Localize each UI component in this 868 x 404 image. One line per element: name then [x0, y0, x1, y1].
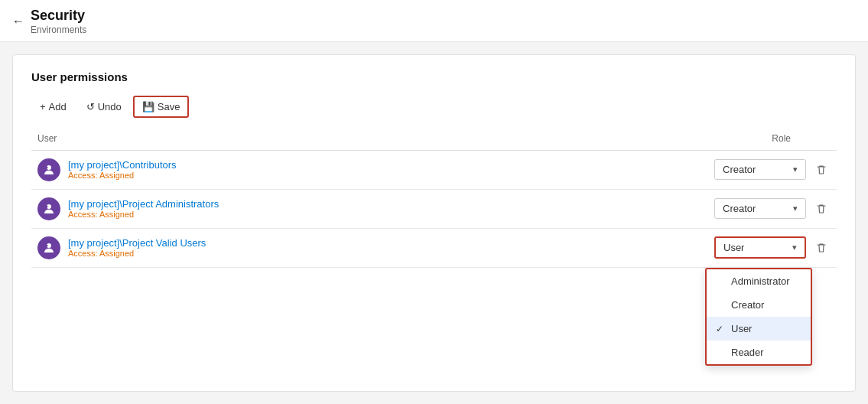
page-title: Security: [31, 8, 86, 24]
add-label: Add: [49, 101, 67, 112]
page-container: ← Security Environments User permissions…: [0, 0, 868, 404]
delete-button-1[interactable]: [812, 200, 831, 218]
dropdown-label-administrator: Administrator: [731, 275, 790, 287]
user-info: [my project]\Project Valid Users Access:…: [68, 237, 206, 258]
dropdown-label-creator: Creator: [731, 299, 764, 311]
delete-button-0[interactable]: [812, 161, 831, 179]
table-row: [my project]\Project Valid Users Access:…: [31, 228, 837, 267]
dropdown-item-administrator[interactable]: Administrator: [707, 269, 811, 293]
user-avatar: [37, 158, 60, 181]
user-access: Access: Assigned: [68, 210, 219, 219]
dropdown-item-reader[interactable]: Reader: [707, 340, 811, 364]
user-name: [my project]\Project Valid Users: [68, 237, 206, 249]
user-name: [my project]\Project Administrators: [68, 198, 219, 210]
svg-point-1: [46, 166, 48, 168]
col-user: User: [31, 130, 515, 151]
chevron-down-icon: ▾: [793, 204, 798, 213]
role-cell-2: User ▾: [515, 228, 837, 267]
svg-point-3: [46, 205, 48, 207]
col-role: Role: [515, 130, 837, 151]
role-select-1[interactable]: Creator ▾: [714, 198, 806, 219]
user-info: [my project]\Contributors Access: Assign…: [68, 159, 177, 180]
page-subtitle: Environments: [31, 24, 86, 35]
add-button[interactable]: + Add: [31, 96, 75, 117]
save-button[interactable]: 💾 Save: [133, 96, 190, 118]
role-select-2[interactable]: User ▾: [714, 236, 806, 259]
dropdown-label-reader: Reader: [731, 347, 764, 358]
table-row: [my project]\Project Administrators Acce…: [31, 189, 837, 228]
check-icon: ✓: [716, 324, 723, 334]
user-cell-1: [my project]\Project Administrators Acce…: [31, 189, 515, 228]
svg-point-5: [46, 244, 48, 246]
section-title: User permissions: [31, 70, 837, 83]
role-select-0[interactable]: Creator ▾: [714, 159, 806, 180]
chevron-down-icon: ▾: [793, 165, 798, 174]
back-button[interactable]: ←: [12, 15, 24, 28]
user-name: [my project]\Contributors: [68, 159, 177, 171]
user-cell-0: [my project]\Contributors Access: Assign…: [31, 150, 515, 189]
role-value: Creator: [723, 164, 756, 175]
chevron-down-icon: ▾: [792, 243, 797, 252]
delete-button-2[interactable]: [812, 239, 831, 257]
user-avatar: [37, 236, 60, 259]
undo-button[interactable]: ↺ Undo: [78, 96, 130, 117]
header: ← Security Environments: [0, 0, 868, 42]
undo-label: Undo: [98, 101, 122, 112]
permissions-table: User Role [my project]\Contributors Acce…: [31, 130, 837, 268]
dropdown-item-creator[interactable]: Creator: [707, 293, 811, 317]
dropdown-label-user: User: [731, 323, 752, 334]
add-icon: +: [40, 101, 46, 112]
main-content: User permissions + Add ↺ Undo 💾 Save Use…: [12, 54, 856, 392]
user-access: Access: Assigned: [68, 171, 177, 180]
toolbar: + Add ↺ Undo 💾 Save: [31, 96, 837, 118]
table-row: [my project]\Contributors Access: Assign…: [31, 150, 837, 189]
role-value: User: [723, 242, 744, 253]
role-value: Creator: [723, 203, 756, 214]
dropdown-item-user[interactable]: ✓ User: [707, 317, 811, 340]
save-label: Save: [158, 101, 180, 112]
user-avatar: [37, 197, 60, 220]
undo-icon: ↺: [86, 101, 95, 112]
header-text: Security Environments: [31, 8, 86, 35]
role-cell-1: Creator ▾: [515, 189, 837, 228]
user-access: Access: Assigned: [68, 249, 206, 258]
user-info: [my project]\Project Administrators Acce…: [68, 198, 219, 219]
user-cell-2: [my project]\Project Valid Users Access:…: [31, 228, 515, 267]
role-cell-0: Creator ▾: [515, 150, 837, 189]
role-dropdown: Administrator Creator ✓ User Reader: [705, 268, 812, 366]
save-icon: 💾: [142, 101, 154, 112]
